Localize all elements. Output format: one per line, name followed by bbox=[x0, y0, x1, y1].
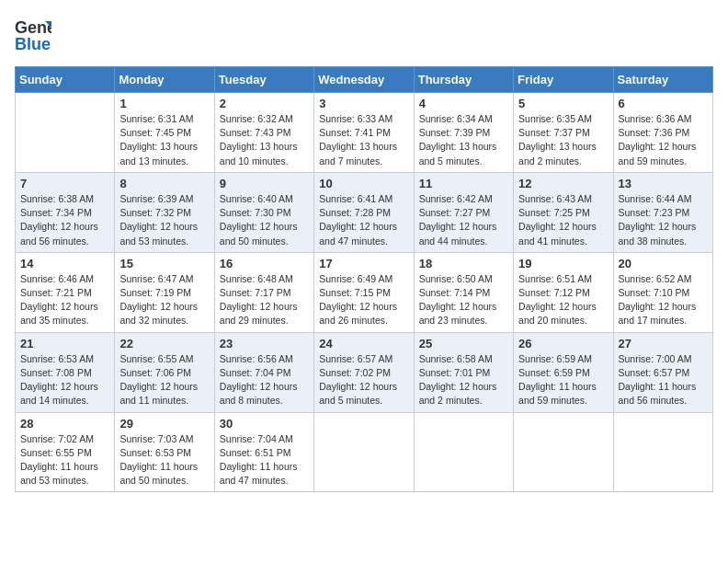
logo-icon: General Blue bbox=[15, 15, 51, 55]
day-info: Sunrise: 6:40 AMSunset: 7:30 PMDaylight:… bbox=[220, 192, 309, 248]
day-number: 26 bbox=[518, 337, 608, 350]
calendar-week-row: 14Sunrise: 6:46 AMSunset: 7:21 PMDayligh… bbox=[16, 252, 713, 332]
calendar-cell: 20Sunrise: 6:52 AMSunset: 7:10 PMDayligh… bbox=[613, 252, 712, 332]
day-info: Sunrise: 6:48 AMSunset: 7:17 PMDaylight:… bbox=[220, 272, 309, 328]
day-number: 11 bbox=[419, 177, 508, 190]
page-header: General Blue bbox=[15, 15, 713, 55]
day-info: Sunrise: 6:46 AMSunset: 7:21 PMDaylight:… bbox=[20, 272, 109, 328]
day-info: Sunrise: 6:33 AMSunset: 7:41 PMDaylight:… bbox=[319, 112, 408, 168]
day-number: 1 bbox=[119, 97, 209, 110]
calendar-cell: 26Sunrise: 6:59 AMSunset: 6:59 PMDayligh… bbox=[514, 332, 613, 412]
day-number: 22 bbox=[119, 337, 209, 350]
day-number: 12 bbox=[518, 177, 608, 190]
weekday-header-wednesday: Wednesday bbox=[314, 67, 414, 93]
calendar-cell: 15Sunrise: 6:47 AMSunset: 7:19 PMDayligh… bbox=[115, 252, 214, 332]
calendar-cell: 9Sunrise: 6:40 AMSunset: 7:30 PMDaylight… bbox=[214, 172, 313, 252]
calendar-cell: 1Sunrise: 6:31 AMSunset: 7:45 PMDaylight… bbox=[115, 93, 214, 173]
day-number: 15 bbox=[119, 257, 209, 270]
calendar-week-row: 21Sunrise: 6:53 AMSunset: 7:08 PMDayligh… bbox=[16, 332, 713, 412]
day-info: Sunrise: 6:35 AMSunset: 7:37 PMDaylight:… bbox=[518, 112, 608, 168]
day-info: Sunrise: 6:39 AMSunset: 7:32 PMDaylight:… bbox=[119, 192, 209, 248]
day-info: Sunrise: 6:42 AMSunset: 7:27 PMDaylight:… bbox=[419, 192, 508, 248]
day-info: Sunrise: 6:56 AMSunset: 7:04 PMDaylight:… bbox=[220, 352, 309, 408]
day-info: Sunrise: 6:59 AMSunset: 6:59 PMDaylight:… bbox=[518, 352, 608, 408]
day-info: Sunrise: 6:44 AMSunset: 7:23 PMDaylight:… bbox=[619, 192, 708, 248]
day-number: 3 bbox=[319, 97, 408, 110]
calendar-cell: 7Sunrise: 6:38 AMSunset: 7:34 PMDaylight… bbox=[16, 172, 115, 252]
calendar-cell bbox=[16, 93, 115, 173]
day-info: Sunrise: 6:32 AMSunset: 7:43 PMDaylight:… bbox=[220, 112, 309, 168]
calendar-cell bbox=[514, 412, 613, 492]
day-number: 28 bbox=[20, 417, 109, 431]
day-info: Sunrise: 6:49 AMSunset: 7:15 PMDaylight:… bbox=[319, 272, 408, 328]
day-info: Sunrise: 7:03 AMSunset: 6:53 PMDaylight:… bbox=[119, 432, 209, 488]
day-info: Sunrise: 6:58 AMSunset: 7:01 PMDaylight:… bbox=[419, 352, 508, 408]
day-number: 4 bbox=[419, 97, 508, 110]
day-number: 23 bbox=[220, 337, 309, 350]
calendar-cell: 25Sunrise: 6:58 AMSunset: 7:01 PMDayligh… bbox=[414, 332, 513, 412]
calendar-cell: 16Sunrise: 6:48 AMSunset: 7:17 PMDayligh… bbox=[214, 252, 313, 332]
day-info: Sunrise: 6:57 AMSunset: 7:02 PMDaylight:… bbox=[319, 352, 408, 408]
weekday-header-sunday: Sunday bbox=[16, 67, 115, 93]
calendar-cell: 10Sunrise: 6:41 AMSunset: 7:28 PMDayligh… bbox=[314, 172, 414, 252]
calendar-cell bbox=[414, 412, 513, 492]
day-number: 17 bbox=[319, 257, 408, 270]
calendar-cell: 23Sunrise: 6:56 AMSunset: 7:04 PMDayligh… bbox=[214, 332, 313, 412]
svg-text:Blue: Blue bbox=[15, 35, 51, 53]
calendar-cell: 12Sunrise: 6:43 AMSunset: 7:25 PMDayligh… bbox=[514, 172, 613, 252]
calendar-cell: 6Sunrise: 6:36 AMSunset: 7:36 PMDaylight… bbox=[613, 93, 712, 173]
day-info: Sunrise: 6:47 AMSunset: 7:19 PMDaylight:… bbox=[119, 272, 209, 328]
weekday-header-thursday: Thursday bbox=[414, 67, 513, 93]
day-number: 29 bbox=[119, 417, 209, 431]
calendar-cell: 30Sunrise: 7:04 AMSunset: 6:51 PMDayligh… bbox=[214, 412, 313, 492]
day-number: 6 bbox=[619, 97, 708, 110]
day-number: 13 bbox=[619, 177, 708, 190]
calendar-cell: 21Sunrise: 6:53 AMSunset: 7:08 PMDayligh… bbox=[16, 332, 115, 412]
day-info: Sunrise: 6:52 AMSunset: 7:10 PMDaylight:… bbox=[619, 272, 708, 328]
calendar-cell: 27Sunrise: 7:00 AMSunset: 6:57 PMDayligh… bbox=[613, 332, 712, 412]
day-info: Sunrise: 6:53 AMSunset: 7:08 PMDaylight:… bbox=[20, 352, 109, 408]
day-number: 21 bbox=[20, 337, 109, 350]
calendar-cell bbox=[613, 412, 712, 492]
day-info: Sunrise: 6:50 AMSunset: 7:14 PMDaylight:… bbox=[419, 272, 508, 328]
weekday-header-saturday: Saturday bbox=[613, 67, 712, 93]
calendar-cell: 3Sunrise: 6:33 AMSunset: 7:41 PMDaylight… bbox=[314, 93, 414, 173]
calendar-week-row: 7Sunrise: 6:38 AMSunset: 7:34 PMDaylight… bbox=[16, 172, 713, 252]
day-number: 24 bbox=[319, 337, 408, 350]
calendar-week-row: 28Sunrise: 7:02 AMSunset: 6:55 PMDayligh… bbox=[16, 412, 713, 492]
day-number: 20 bbox=[619, 257, 708, 270]
day-number: 5 bbox=[518, 97, 608, 110]
day-info: Sunrise: 6:36 AMSunset: 7:36 PMDaylight:… bbox=[619, 112, 708, 168]
calendar-cell: 18Sunrise: 6:50 AMSunset: 7:14 PMDayligh… bbox=[414, 252, 513, 332]
day-info: Sunrise: 6:34 AMSunset: 7:39 PMDaylight:… bbox=[419, 112, 508, 168]
weekday-header-monday: Monday bbox=[115, 67, 214, 93]
day-info: Sunrise: 6:55 AMSunset: 7:06 PMDaylight:… bbox=[119, 352, 209, 408]
calendar-cell: 22Sunrise: 6:55 AMSunset: 7:06 PMDayligh… bbox=[115, 332, 214, 412]
day-info: Sunrise: 7:00 AMSunset: 6:57 PMDaylight:… bbox=[619, 352, 708, 408]
calendar-cell: 11Sunrise: 6:42 AMSunset: 7:27 PMDayligh… bbox=[414, 172, 513, 252]
calendar-cell bbox=[314, 412, 414, 492]
calendar-cell: 29Sunrise: 7:03 AMSunset: 6:53 PMDayligh… bbox=[115, 412, 214, 492]
day-info: Sunrise: 7:04 AMSunset: 6:51 PMDaylight:… bbox=[220, 432, 309, 488]
day-number: 14 bbox=[20, 257, 109, 270]
day-number: 18 bbox=[419, 257, 508, 270]
day-number: 16 bbox=[220, 257, 309, 270]
weekday-header-tuesday: Tuesday bbox=[214, 67, 313, 93]
day-info: Sunrise: 6:41 AMSunset: 7:28 PMDaylight:… bbox=[319, 192, 408, 248]
day-number: 30 bbox=[220, 417, 309, 431]
calendar-cell: 28Sunrise: 7:02 AMSunset: 6:55 PMDayligh… bbox=[16, 412, 115, 492]
calendar-cell: 24Sunrise: 6:57 AMSunset: 7:02 PMDayligh… bbox=[314, 332, 414, 412]
day-number: 9 bbox=[220, 177, 309, 190]
day-number: 10 bbox=[319, 177, 408, 190]
day-info: Sunrise: 6:43 AMSunset: 7:25 PMDaylight:… bbox=[518, 192, 608, 248]
day-info: Sunrise: 7:02 AMSunset: 6:55 PMDaylight:… bbox=[20, 432, 109, 488]
weekday-header-row: SundayMondayTuesdayWednesdayThursdayFrid… bbox=[16, 67, 713, 93]
weekday-header-friday: Friday bbox=[514, 67, 613, 93]
day-info: Sunrise: 6:51 AMSunset: 7:12 PMDaylight:… bbox=[518, 272, 608, 328]
day-info: Sunrise: 6:38 AMSunset: 7:34 PMDaylight:… bbox=[20, 192, 109, 248]
day-number: 8 bbox=[119, 177, 209, 190]
calendar-cell: 14Sunrise: 6:46 AMSunset: 7:21 PMDayligh… bbox=[16, 252, 115, 332]
calendar-cell: 5Sunrise: 6:35 AMSunset: 7:37 PMDaylight… bbox=[514, 93, 613, 173]
day-number: 27 bbox=[619, 337, 708, 350]
calendar-cell: 8Sunrise: 6:39 AMSunset: 7:32 PMDaylight… bbox=[115, 172, 214, 252]
